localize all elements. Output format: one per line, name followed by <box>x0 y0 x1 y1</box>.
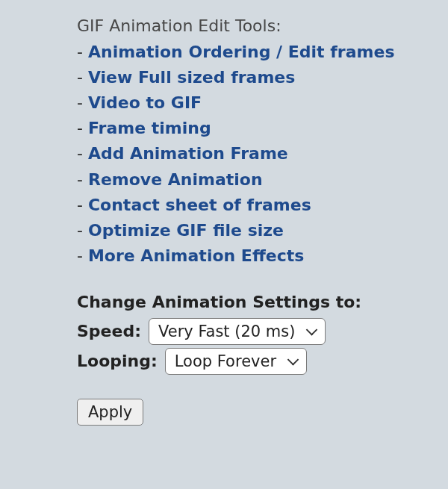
tool-row: - More Animation Effects <box>77 243 426 269</box>
list-dash: - <box>77 170 88 189</box>
tool-row: - Frame timing <box>77 116 426 141</box>
tools-section-title: GIF Animation Edit Tools: <box>77 13 426 39</box>
link-frame-timing[interactable]: Frame timing <box>88 119 211 137</box>
looping-select[interactable]: Loop Forever <box>165 348 307 375</box>
speed-row: Speed: Very Fast (20 ms) <box>77 318 426 345</box>
link-contact-sheet[interactable]: Contact sheet of frames <box>88 196 311 214</box>
link-video-to-gif[interactable]: Video to GIF <box>88 93 202 112</box>
link-animation-ordering[interactable]: Animation Ordering / Edit frames <box>88 43 395 61</box>
looping-row: Looping: Loop Forever <box>77 348 426 375</box>
tool-row: - Remove Animation <box>77 167 426 193</box>
list-dash: - <box>77 196 88 214</box>
tool-row: - View Full sized frames <box>77 65 426 90</box>
list-dash: - <box>77 119 88 137</box>
speed-select[interactable]: Very Fast (20 ms) <box>149 318 326 345</box>
speed-select-value: Very Fast (20 ms) <box>158 320 295 344</box>
speed-label: Speed: <box>77 319 141 344</box>
button-row: Apply <box>77 399 426 426</box>
list-dash: - <box>77 43 88 61</box>
link-add-animation-frame[interactable]: Add Animation Frame <box>88 144 288 163</box>
looping-select-value: Loop Forever <box>175 349 276 374</box>
list-dash: - <box>77 221 88 240</box>
link-more-effects[interactable]: More Animation Effects <box>88 246 304 265</box>
looping-label: Looping: <box>77 349 158 374</box>
tool-row: - Contact sheet of frames <box>77 193 426 218</box>
gif-edit-panel: GIF Animation Edit Tools: - Animation Or… <box>0 0 448 448</box>
apply-button[interactable]: Apply <box>77 399 143 426</box>
settings-section-title: Change Animation Settings to: <box>77 290 426 315</box>
link-optimize-gif[interactable]: Optimize GIF file size <box>88 221 284 240</box>
link-view-full-sized-frames[interactable]: View Full sized frames <box>88 68 295 87</box>
tool-row: - Video to GIF <box>77 90 426 116</box>
list-dash: - <box>77 93 88 112</box>
list-dash: - <box>77 144 88 163</box>
link-remove-animation[interactable]: Remove Animation <box>88 170 263 189</box>
list-dash: - <box>77 246 88 265</box>
list-dash: - <box>77 68 88 87</box>
tool-row: - Add Animation Frame <box>77 141 426 166</box>
tool-row: - Animation Ordering / Edit frames <box>77 40 426 65</box>
tool-row: - Optimize GIF file size <box>77 218 426 243</box>
